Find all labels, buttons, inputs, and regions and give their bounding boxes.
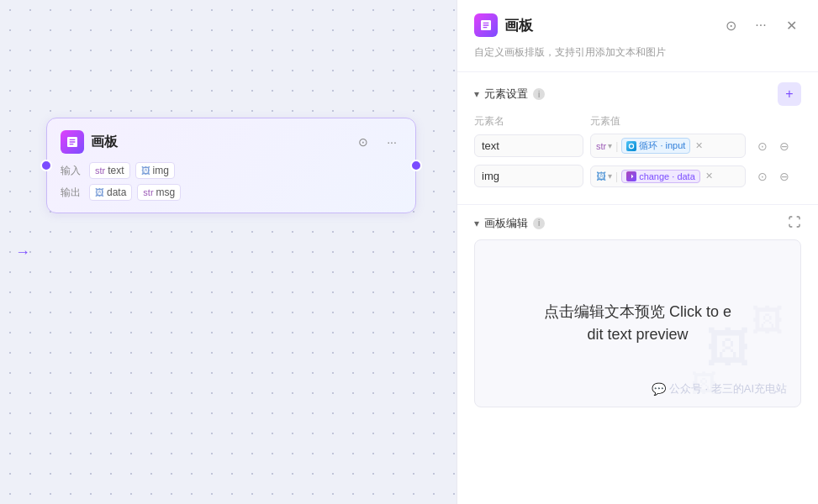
output-msg-tag: str msg bbox=[137, 184, 181, 201]
panel-more-button[interactable]: ··· bbox=[751, 15, 771, 35]
node-icon bbox=[61, 130, 84, 154]
element-row-text: str ▾ | 循环 · input ✕ ⊙ ⊖ bbox=[474, 134, 801, 158]
row-actions-img: ⊙ ⊖ bbox=[752, 166, 794, 186]
element-name-img[interactable] bbox=[474, 165, 583, 187]
node-title: 画板 bbox=[91, 134, 346, 151]
output-data-tag: 🖼 data bbox=[89, 184, 132, 201]
canvas-editor-title: 画板编辑 bbox=[484, 216, 528, 231]
col-value-header: 元素值 bbox=[590, 114, 788, 129]
input-label: 输入 bbox=[61, 164, 84, 178]
panel-title: 画板 bbox=[504, 16, 714, 35]
loop-chip-icon bbox=[626, 141, 636, 151]
canvas-editor-section: ▾ 画板编辑 i 点击编辑文本预览 Click to e dit text pr… bbox=[457, 205, 818, 504]
panel-header: 画板 ⊙ ··· ✕ 自定义画板排版，支持引用添加文本和图片 bbox=[457, 0, 818, 72]
watermark-text: 💬 公众号 · 老三的AI充电站 bbox=[652, 381, 787, 396]
canvas-editor-expand-button[interactable] bbox=[788, 215, 801, 231]
node-body: 输入 str text 🖼 img 输出 🖼 data str bbox=[47, 162, 415, 213]
right-panel: 画板 ⊙ ··· ✕ 自定义画板排版，支持引用添加文本和图片 ▾ 元素设置 i … bbox=[456, 0, 818, 504]
elements-section-title: 元素设置 bbox=[484, 87, 528, 102]
node-more-button[interactable]: ··· bbox=[382, 132, 402, 152]
panel-play-button[interactable]: ⊙ bbox=[720, 15, 741, 35]
row-time-btn-img[interactable]: ⊙ bbox=[752, 166, 773, 186]
right-connector bbox=[410, 160, 422, 171]
section-header-elements: ▾ 元素设置 i + bbox=[474, 82, 801, 106]
input-img-tag: 🖼 img bbox=[135, 162, 175, 179]
canvas-editor-chevron-icon[interactable]: ▾ bbox=[474, 218, 479, 229]
row-time-btn-text[interactable]: ⊙ bbox=[752, 136, 773, 156]
expand-icon bbox=[788, 215, 801, 228]
elements-section: ▾ 元素设置 i + 元素名 元素值 str ▾ | bbox=[457, 72, 818, 205]
panel-subtitle: 自定义画板排版，支持引用添加文本和图片 bbox=[474, 44, 801, 63]
flow-node: 画板 ⊙ ··· 输入 str text 🖼 img bbox=[46, 118, 416, 213]
input-text-tag: str text bbox=[89, 162, 130, 179]
row-remove-btn-img[interactable]: ⊖ bbox=[774, 166, 794, 186]
node-header: 画板 ⊙ ··· bbox=[47, 118, 415, 162]
panel-icon bbox=[474, 13, 498, 37]
change-chip-icon bbox=[626, 171, 636, 181]
canvas-area: → 画板 ⊙ ··· 输入 str bbox=[0, 0, 456, 504]
left-arrow: → bbox=[15, 244, 30, 261]
canvas-editor-header: ▾ 画板编辑 i bbox=[474, 215, 801, 231]
canvas-preview[interactable]: 点击编辑文本预览 Click to e dit text preview 🖼 🖼… bbox=[474, 239, 801, 407]
element-name-text[interactable] bbox=[474, 134, 583, 157]
node-actions: ⊙ ··· bbox=[353, 132, 402, 152]
section-title-elements: ▾ 元素设置 i bbox=[474, 87, 545, 102]
panel-canvas-icon bbox=[479, 18, 493, 32]
chip-close-text[interactable]: ✕ bbox=[695, 140, 703, 151]
type-select-img[interactable]: 🖼 ▾ bbox=[596, 171, 612, 182]
ref-chip-loop: 循环 · input bbox=[621, 138, 690, 154]
row-remove-btn-text[interactable]: ⊖ bbox=[774, 136, 794, 156]
panel-header-actions: ⊙ ··· ✕ bbox=[720, 15, 801, 35]
col-name-header: 元素名 bbox=[474, 114, 583, 129]
canvas-preview-text: 点击编辑文本预览 Click to e dit text preview bbox=[544, 301, 731, 346]
element-row-img: 🖼 ▾ | change · data ✕ ⊙ ⊖ bbox=[474, 165, 801, 187]
wechat-icon: 💬 bbox=[652, 382, 666, 396]
elements-chevron-icon[interactable]: ▾ bbox=[474, 88, 479, 100]
panel-close-button[interactable]: ✕ bbox=[781, 15, 801, 35]
element-value-text: str ▾ | 循环 · input ✕ bbox=[590, 134, 746, 158]
section-title-canvas: ▾ 画板编辑 i bbox=[474, 216, 545, 231]
canvas-editor-info-icon[interactable]: i bbox=[533, 218, 545, 229]
panel-title-row: 画板 ⊙ ··· ✕ bbox=[474, 13, 801, 37]
input-row: 输入 str text 🖼 img bbox=[61, 162, 402, 179]
element-value-img: 🖼 ▾ | change · data ✕ bbox=[590, 165, 746, 187]
node-play-button[interactable]: ⊙ bbox=[353, 132, 373, 152]
canvas-icon bbox=[66, 135, 79, 149]
row-actions-text: ⊙ ⊖ bbox=[752, 136, 794, 156]
output-label: 输出 bbox=[61, 186, 84, 200]
elements-table-header: 元素名 元素值 bbox=[474, 114, 801, 134]
chip-close-img[interactable]: ✕ bbox=[705, 171, 713, 181]
type-select-text[interactable]: str ▾ bbox=[596, 141, 612, 151]
elements-info-icon[interactable]: i bbox=[533, 88, 545, 100]
output-row: 输出 🖼 data str msg bbox=[61, 184, 402, 201]
ref-chip-change: change · data bbox=[621, 170, 700, 183]
add-element-button[interactable]: + bbox=[778, 82, 801, 106]
left-connector bbox=[40, 160, 52, 171]
